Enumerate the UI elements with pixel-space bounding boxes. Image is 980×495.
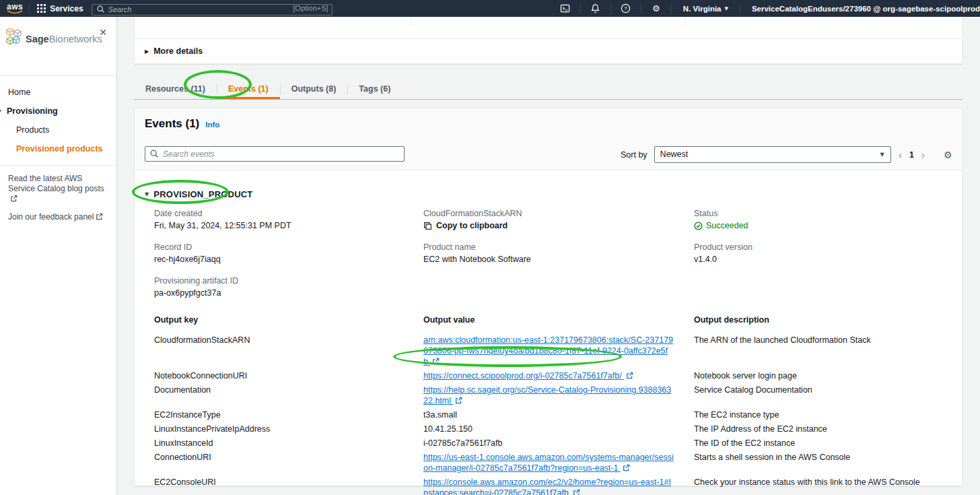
- close-icon[interactable]: ✕: [99, 28, 107, 37]
- sort-select[interactable]: Newest ▼: [654, 146, 891, 163]
- tab-tags[interactable]: Tags (6): [347, 79, 402, 99]
- copy-icon: [423, 222, 432, 230]
- output-link[interactable]: arn:aws:cloudformation:us-east-1:2371796…: [423, 335, 673, 366]
- output-key: LinuxInstanceId: [154, 438, 423, 449]
- prev-page-button[interactable]: ‹: [894, 147, 907, 162]
- question-icon: ?: [621, 3, 631, 13]
- sidebar-item-provisioned-products[interactable]: Provisioned products: [0, 139, 116, 158]
- services-label: Services: [50, 4, 83, 13]
- divider: [580, 3, 581, 13]
- sort-by-label: Sort by: [621, 150, 648, 160]
- sidebar-nav: Home ▾ Provisioning Products Provisioned…: [0, 76, 116, 158]
- next-page-button[interactable]: ›: [917, 147, 930, 162]
- events-title: Events (1): [145, 117, 199, 131]
- more-details-toggle[interactable]: ▶ More details: [145, 46, 203, 56]
- search-icon: [96, 4, 105, 16]
- sidebar-item-products[interactable]: Products: [0, 121, 116, 139]
- notifications-button[interactable]: [587, 0, 604, 17]
- aws-smile-icon: [7, 10, 23, 14]
- sidebar-item-provisioning[interactable]: ▾ Provisioning: [0, 102, 116, 121]
- bell-icon: [590, 3, 600, 13]
- divider: [610, 3, 611, 13]
- output-key: ConnectionURI: [154, 452, 423, 473]
- gear-icon: ⚙: [652, 3, 660, 13]
- gear-icon: ⚙: [944, 150, 952, 160]
- field-product-version: Product version v1.4.0: [694, 242, 962, 265]
- chevron-right-icon: ▶: [145, 48, 149, 55]
- output-key: EC2ConsoleURI: [154, 477, 423, 495]
- events-card: Events (1) Info Sort by Newest ▼ ‹ 1 ›: [134, 108, 963, 486]
- output-key: EC2InstanceType: [154, 409, 423, 420]
- events-settings-button[interactable]: ⚙: [940, 146, 956, 163]
- tab-resources[interactable]: Resources (11): [134, 79, 217, 99]
- output-link[interactable]: https://connect.scipoolprod.org/i-02785c…: [423, 371, 633, 381]
- divider: [135, 38, 962, 39]
- services-grid-icon: [36, 3, 46, 14]
- column-header-output-description: Output description: [694, 315, 952, 331]
- field-artifact-id: Provisioning artifact ID pa-ox6pypfgct37…: [154, 276, 423, 298]
- sidebar-links: Read the latest AWS Service Catalog blog…: [0, 166, 116, 222]
- output-description: The ID of the EC2 instance: [694, 438, 952, 449]
- output-description: Service Catalog Documentation: [694, 385, 952, 406]
- sidebar-logo: SageBionetworks ✕: [0, 17, 116, 75]
- output-value: i-02785c7a7561f7afb: [423, 438, 694, 449]
- chevron-down-icon: ▼: [145, 191, 149, 197]
- copy-to-clipboard-button[interactable]: Copy to clipboard: [423, 220, 674, 231]
- external-link-icon: [626, 372, 633, 379]
- product-summary-card: ▶ More details: [134, 17, 963, 64]
- output-description: The EC2 instance type: [694, 409, 952, 420]
- page-number: 1: [907, 150, 917, 160]
- global-search: [Option+S]: [92, 3, 332, 14]
- output-link[interactable]: https://help.sc.sageit.org/sc/Service-Ca…: [423, 385, 671, 405]
- events-search-input[interactable]: [145, 146, 405, 162]
- settings-button[interactable]: ⚙: [648, 0, 665, 17]
- outputs-table: Output key Output value Output descripti…: [145, 310, 962, 495]
- divider: [671, 3, 672, 13]
- services-menu[interactable]: Services: [36, 3, 83, 14]
- pagination: ‹ 1 ›: [894, 146, 930, 163]
- account-menu[interactable]: ServiceCatalogEndusers/273960 @ org-sage…: [746, 5, 980, 13]
- output-description: The ARN of the launched Cloudformation S…: [694, 335, 952, 367]
- output-value: https://console.aws.amazon.com/ec2/v2/ho…: [423, 477, 694, 495]
- output-value: https://help.sc.sageit.org/sc/Service-Ca…: [423, 385, 694, 406]
- sidebar: SageBionetworks ✕ Home ▾ Provisioning Pr…: [0, 17, 117, 495]
- field-record-id: Record ID rec-hj4oxe6j7iaqq: [154, 242, 423, 265]
- region-selector[interactable]: N. Virginia ▼: [678, 5, 734, 13]
- output-key: CloudformationStackARN: [154, 335, 423, 367]
- aws-logo[interactable]: aws: [7, 3, 23, 14]
- divider: [685, 17, 685, 27]
- status-badge: Succeeded: [694, 220, 942, 231]
- help-button[interactable]: ?: [617, 0, 635, 17]
- output-description: Notebook server login page: [694, 370, 952, 381]
- tab-outputs[interactable]: Outputs (8): [280, 79, 348, 99]
- cloudshell-button[interactable]: [557, 0, 574, 17]
- output-description: Starts a shell session in the AWS Consol…: [694, 452, 952, 473]
- blog-link[interactable]: Read the latest AWS Service Catalog blog…: [8, 174, 108, 204]
- chevron-down-icon: ▼: [725, 6, 728, 11]
- feedback-link[interactable]: Join our feedback panel: [8, 212, 108, 222]
- output-link[interactable]: https://console.aws.amazon.com/ec2/v2/ho…: [423, 477, 671, 495]
- sidebar-item-home[interactable]: Home: [0, 83, 116, 102]
- external-link-icon: [573, 489, 580, 495]
- divider: [29, 3, 30, 13]
- output-key: LinuxInstancePrivateIpAddress: [154, 424, 423, 434]
- sage-cubes-icon: [5, 27, 24, 50]
- chevron-down-icon: ▾: [0, 108, 1, 114]
- output-value: https://connect.scipoolprod.org/i-02785c…: [423, 370, 694, 381]
- divider: [641, 3, 641, 13]
- column-header-output-key: Output key: [154, 315, 423, 331]
- cloudshell-icon: [560, 3, 570, 13]
- info-link[interactable]: Info: [205, 121, 219, 129]
- external-link-icon: [623, 464, 630, 471]
- brand-name: SageBionetworks: [26, 34, 102, 44]
- output-key: Documentation: [154, 385, 423, 406]
- provision-product-toggle[interactable]: ▼ PROVISION_PRODUCT: [145, 189, 962, 199]
- main-content: ▶ More details Resources (11) Events (1)…: [117, 17, 980, 495]
- event-details: Date created Fri, May 31, 2024, 12:55:31…: [145, 199, 962, 310]
- external-link-icon: [455, 397, 462, 404]
- output-link[interactable]: https://us-east-1.console.aws.amazon.com…: [423, 453, 674, 473]
- divider: [740, 3, 740, 13]
- field-product-name: Product name EC2 with Notebook Software: [423, 242, 694, 265]
- field-stack-arn: CloudFormationStackARN Copy to clipboard: [423, 209, 694, 231]
- tab-events[interactable]: Events (1): [217, 79, 280, 99]
